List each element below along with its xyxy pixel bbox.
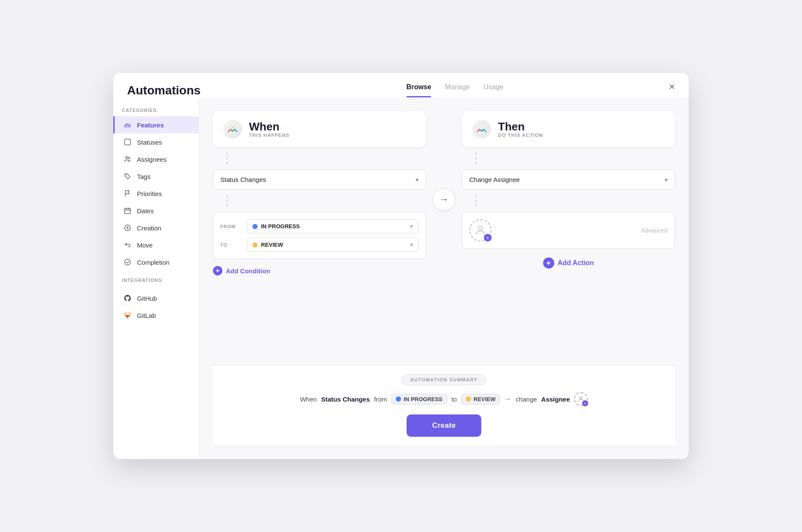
summary-from: from (374, 396, 387, 403)
move-icon (123, 241, 132, 249)
from-status-value: IN PROGRESS (261, 223, 300, 230)
sidebar-item-label-statuses: Statuses (137, 139, 162, 146)
summary-assignee: Assignee (541, 396, 570, 403)
sidebar-item-label-assignees: Assignees (137, 156, 167, 163)
sidebar: CATEGORIES: Features Statuses (113, 97, 199, 459)
to-chevron-icon: ▾ (410, 242, 413, 248)
summary-assignee-avatar: + (574, 392, 588, 406)
add-condition-button[interactable]: + Add Condition (213, 264, 426, 277)
svg-rect-4 (125, 209, 131, 214)
svg-point-2 (128, 157, 130, 159)
trigger-select[interactable]: Status Changes ▾ (213, 169, 426, 190)
summary-assignee-plus-icon: + (582, 400, 588, 406)
summary-progress-dot (396, 396, 401, 402)
dashed-connector-4 (476, 195, 477, 207)
sidebar-item-label-gitlab: GitLab (137, 312, 156, 319)
sidebar-item-label-move: Move (137, 242, 153, 249)
svg-point-8 (580, 397, 582, 399)
svg-point-3 (126, 175, 127, 175)
crown-icon (123, 121, 132, 129)
when-column: When THIS HAPPENS Status Changes ▾ (213, 111, 426, 277)
create-button[interactable]: Create (407, 414, 482, 437)
svg-point-7 (478, 227, 482, 230)
sidebar-item-label-dates: Dates (137, 207, 154, 215)
modal-body: CATEGORIES: Features Statuses (113, 97, 689, 459)
sidebar-item-statuses[interactable]: Statuses (113, 133, 199, 151)
gitlab-icon (123, 311, 132, 320)
from-label: FROM (220, 224, 243, 229)
then-header-card: Then DO THIS ACTION (462, 111, 675, 147)
tab-bar: Browse Manage Usage (235, 83, 675, 97)
svg-point-1 (126, 157, 128, 159)
github-icon (123, 294, 132, 302)
sidebar-item-label-completion: Completion (137, 259, 170, 266)
add-condition-label: Add Condition (226, 267, 270, 275)
modal-header: Automations Browse Manage Usage × (113, 73, 689, 97)
modal-title: Automations (127, 84, 200, 97)
summary-center: AUTOMATION SUMMARY When Status Changes f… (227, 374, 661, 437)
users-icon (123, 155, 132, 163)
sidebar-item-github[interactable]: GitHub (113, 290, 199, 307)
sidebar-item-features[interactable]: Features (113, 116, 199, 133)
assignee-avatar: + (469, 219, 492, 242)
summary-change: change (516, 396, 537, 403)
action-config-card: + Advanced (462, 212, 675, 249)
summary-review-text: REVIEW (474, 396, 495, 402)
action-chevron-icon: ▾ (665, 176, 668, 183)
summary-review-badge: REVIEW (461, 394, 500, 405)
when-header-card: When THIS HAPPENS (213, 111, 426, 147)
sidebar-item-creation[interactable]: Creation (113, 219, 199, 236)
to-status-select[interactable]: REVIEW ▾ (247, 238, 419, 252)
then-logo (472, 120, 491, 139)
svg-point-6 (125, 259, 131, 265)
sidebar-item-priorities[interactable]: Priorities (113, 185, 199, 202)
flag-icon (123, 189, 132, 198)
sidebar-item-dates[interactable]: Dates (113, 202, 199, 219)
add-action-plus-icon: + (543, 257, 554, 269)
summary-in-progress-badge: IN PROGRESS (391, 394, 447, 405)
sidebar-item-tags[interactable]: Tags (113, 168, 199, 185)
svg-rect-0 (125, 139, 131, 145)
plus-icon (123, 224, 132, 232)
builder-area: When THIS HAPPENS Status Changes ▾ (213, 111, 675, 365)
summary-review-dot (466, 396, 471, 402)
dashed-connector-1 (227, 152, 228, 164)
sidebar-item-move[interactable]: Move (113, 236, 199, 254)
advanced-label[interactable]: Advanced (641, 227, 668, 234)
when-title: When (249, 121, 290, 133)
from-chevron-icon: ▾ (410, 223, 413, 230)
add-action-button[interactable]: + Add Action (543, 254, 594, 272)
tab-usage[interactable]: Usage (483, 83, 503, 97)
sidebar-item-label-priorities: Priorities (137, 190, 162, 197)
summary-area: AUTOMATION SUMMARY When Status Changes f… (213, 365, 675, 445)
when-subtitle: THIS HAPPENS (249, 133, 290, 138)
to-label: TO (220, 242, 243, 248)
tab-manage[interactable]: Manage (445, 83, 470, 97)
trigger-chevron-icon: ▾ (416, 176, 419, 183)
dashed-connector-3 (476, 152, 477, 164)
sidebar-item-label-creation: Creation (137, 224, 161, 232)
then-column: Then DO THIS ACTION Change Assignee ▾ (462, 111, 675, 272)
action-select[interactable]: Change Assignee ▾ (462, 169, 675, 190)
summary-when: When (300, 396, 317, 403)
tab-browse[interactable]: Browse (407, 83, 431, 97)
sidebar-item-completion[interactable]: Completion (113, 254, 199, 271)
to-status-dot (252, 242, 258, 248)
from-status-select[interactable]: IN PROGRESS ▾ (247, 219, 419, 233)
sidebar-item-assignees[interactable]: Assignees (113, 151, 199, 168)
then-title-text: Then DO THIS ACTION (498, 121, 543, 138)
tag-icon (123, 172, 132, 181)
from-row: FROM IN PROGRESS ▾ (220, 219, 419, 233)
sidebar-item-label-tags: Tags (137, 173, 151, 180)
check-circle-icon (123, 258, 132, 266)
when-title-text: When THIS HAPPENS (249, 121, 290, 138)
close-button[interactable]: × (669, 82, 675, 92)
then-title: Then (498, 121, 543, 133)
to-row: TO REVIEW ▾ (220, 238, 419, 252)
sidebar-item-gitlab[interactable]: GitLab (113, 307, 199, 324)
summary-in-progress-text: IN PROGRESS (404, 396, 442, 402)
condition-card: FROM IN PROGRESS ▾ TO REVIEW (213, 212, 426, 259)
calendar-icon (123, 206, 132, 215)
add-condition-plus-icon: + (213, 266, 222, 275)
summary-row: When Status Changes from IN PROGRESS to … (300, 392, 588, 406)
